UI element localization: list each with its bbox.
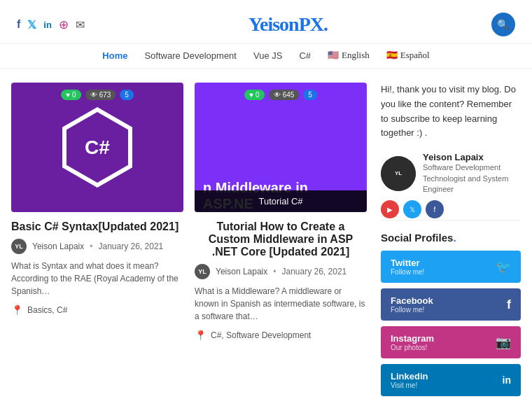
sidebar-author-info: Yeison Lapaix Software Development Techn… [423,152,521,195]
facebook-profile-btn[interactable]: Facebook Follow me! f [381,288,521,321]
facebook-link[interactable]: f [17,18,20,31]
header: f 𝕏 in ⊕ ✉ YeisonPX. 🔍 [0,0,532,43]
twitter-profile-btn[interactable]: Twitter Follow me! 🐦 [381,251,521,283]
card1-num-badge: 5 [120,90,134,100]
twitter-link[interactable]: 𝕏 [27,18,36,31]
sidebar: Hi!, thank you to visit my blog. Do you … [381,83,521,402]
sidebar-welcome: Hi!, thank you to visit my blog. Do you … [381,83,521,141]
card1-author: Yeison Lapaix [32,241,84,251]
search-button[interactable]: 🔍 [491,13,515,36]
nav-espanol[interactable]: 🇪🇸 Español [386,50,430,61]
sidebar-author-avatar: YL [381,156,416,191]
logo-dot: . [323,13,328,35]
card1-date: January 26, 2021 [99,241,164,251]
card1-hex: C# [11,83,183,212]
linkedin-icon: in [503,374,511,386]
nav-software-development[interactable]: Software Development [144,50,237,61]
card2-title: Tutorial How to Create a Custom Middlewa… [195,220,367,258]
card1-tags: 📍 Basics, C# [11,304,183,316]
card2-badges: ♥ 0 👁 645 5 [244,90,317,100]
email-link[interactable]: ✉ [76,18,85,31]
article-card-2: ♥ 0 👁 645 5 n Middleware in ASP.NE Tutor… [195,83,367,341]
card1-avatar: YL [11,239,27,254]
twitter-icon: 🐦 [496,259,511,274]
card1-title: Basic C# Syntax[Updated 2021] [11,220,183,233]
card2-avatar: YL [195,264,210,279]
search-icon: 🔍 [497,19,509,30]
nav-home[interactable]: Home [102,50,127,61]
sidebar-twitter-btn[interactable]: 𝕏 [403,200,421,218]
card1-image: ♥ 0 👁 673 5 C# [11,83,183,212]
social-profiles-title: Social Profiles. [381,232,521,244]
nav-english[interactable]: 🇺🇸 English [328,50,370,61]
card2-sub-label: Tutorial C# [195,190,367,212]
linkedin-link[interactable]: in [43,20,52,30]
article-card-1: ♥ 0 👁 673 5 C# Basic C# Syntax[Updated 2… [11,83,183,316]
card2-tags: 📍 C#, Software Development [195,330,367,341]
linkedin-profile-btn[interactable]: Linkedin Visit me! in [381,364,521,396]
card2-likes-badge: ♥ 0 [244,90,265,100]
card2-num-badge: 5 [303,90,317,100]
card2-excerpt: What is a Middleware? A middleware or kn… [195,285,367,323]
card2-views-badge: 👁 645 [269,90,300,100]
card2-bg: ♥ 0 👁 645 5 n Middleware in ASP.NE Tutor… [195,83,367,212]
articles-section: ♥ 0 👁 673 5 C# Basic C# Syntax[Updated 2… [11,83,367,402]
card1-badges: ♥ 0 👁 673 5 [61,90,134,100]
card1-excerpt: What is Syntax and what does it mean? Ac… [11,260,183,298]
card1-meta: YL Yeison Lapaix • January 26, 2021 [11,239,183,254]
facebook-icon: f [507,298,511,312]
csharp-logo-text: C# [85,136,110,159]
header-social-links: f 𝕏 in ⊕ ✉ [17,18,85,32]
card1-views-badge: 👁 673 [85,90,116,100]
sidebar-author-name: Yeison Lapaix [423,152,521,162]
sidebar-author-socials: ▶ 𝕏 f [381,200,521,218]
card1-likes-badge: ♥ 0 [61,90,81,100]
instagram-profile-btn[interactable]: Instagram Our photos! 📷 [381,326,521,358]
sidebar-author-section: YL Yeison Lapaix Software Development Te… [381,152,521,195]
tag-icon-2: 📍 [195,330,206,341]
card2-author: Yeison Lapaix [216,267,267,276]
card2-meta: YL Yeison Lapaix • January 26, 2021 [195,264,367,279]
sidebar-youtube-btn[interactable]: ▶ [381,200,399,218]
hexagon-outer: C# [62,107,132,188]
tag-icon-1: 📍 [11,304,23,316]
instagram-icon: 📷 [496,335,511,350]
card2-date: January 26, 2021 [282,267,347,276]
hexagon-inner: C# [66,112,128,183]
card2-image: ♥ 0 👁 645 5 n Middleware in ASP.NE Tutor… [195,83,367,212]
main-layout: ♥ 0 👁 673 5 C# Basic C# Syntax[Updated 2… [0,69,532,416]
sidebar-author-role: Software Development Technologist and Sy… [423,162,521,195]
card1-bg: ♥ 0 👁 673 5 C# [11,83,183,212]
nav-vuejs[interactable]: Vue JS [253,50,282,61]
nav-csharp[interactable]: C# [299,50,311,61]
instagram-link[interactable]: ⊕ [59,18,69,32]
sidebar-facebook-btn[interactable]: f [426,200,444,218]
main-nav: Home Software Development Vue JS C# 🇺🇸 E… [0,43,532,69]
logo: YeisonPX. [248,13,328,36]
